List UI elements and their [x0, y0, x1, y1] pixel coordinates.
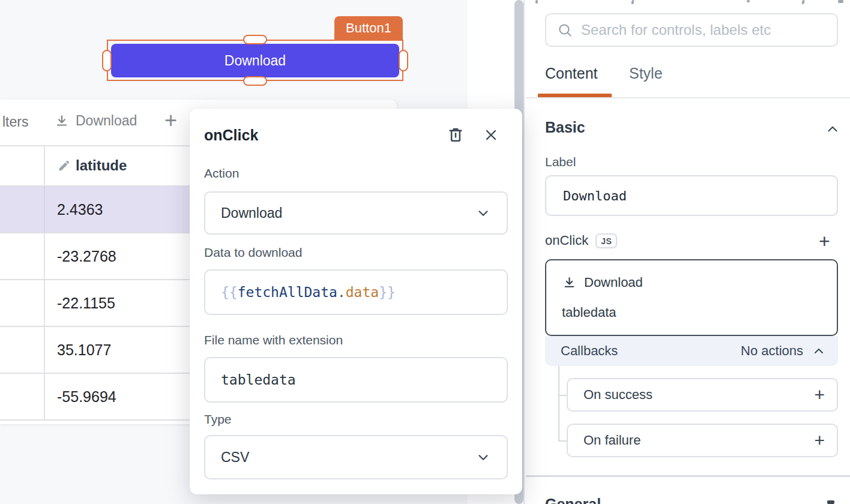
table-download-label: Download — [76, 113, 137, 129]
code-token: data — [346, 284, 379, 300]
on-failure-row[interactable]: On failure + — [567, 424, 838, 457]
column-header-label: latitude — [76, 157, 127, 174]
type-field-label: Type — [204, 412, 232, 427]
resize-handle-right[interactable] — [399, 50, 408, 71]
table-download-button[interactable]: Download — [54, 113, 137, 129]
column-header-latitude[interactable]: latitude — [58, 157, 127, 174]
download-icon — [562, 275, 577, 290]
code-token: fetchAllData — [238, 284, 337, 300]
label-field-input[interactable]: Download — [545, 175, 838, 216]
code-token: }} — [379, 284, 396, 300]
data-to-download-input[interactable]: {{fetchAllData.data}} — [204, 269, 508, 315]
callback-tree-line — [558, 366, 559, 442]
row-index-cell — [0, 280, 45, 326]
type-select[interactable]: CSV — [204, 435, 508, 479]
type-select-value: CSV — [221, 449, 475, 466]
on-success-label: On success — [583, 387, 814, 403]
row-index-cell — [0, 374, 45, 419]
search-icon — [557, 22, 573, 38]
latitude-cell[interactable]: -55.9694 — [57, 388, 116, 406]
code-token: {{ — [221, 284, 238, 300]
property-search[interactable] — [545, 13, 838, 47]
js-toggle-badge[interactable]: JS — [595, 233, 617, 248]
action-card-type: Download — [584, 275, 643, 290]
add-on-failure-button[interactable]: + — [814, 431, 825, 449]
section-divider — [526, 475, 850, 477]
widget-name-badge[interactable]: Button1 — [334, 16, 403, 40]
chevron-down-icon — [475, 205, 491, 221]
download-button-widget[interactable]: Download — [111, 44, 399, 77]
section-general: General — [545, 496, 601, 504]
on-failure-label: On failure — [583, 433, 814, 448]
latitude-cell[interactable]: -23.2768 — [57, 248, 116, 265]
chevron-fragment — [827, 500, 834, 504]
close-icon[interactable] — [483, 127, 499, 143]
latitude-cell[interactable]: 35.1077 — [57, 341, 111, 359]
table-index-column-header — [0, 146, 45, 185]
add-on-success-button[interactable]: + — [814, 386, 825, 404]
filename-field-label: File name with extension — [204, 333, 343, 347]
callbacks-label: Callbacks — [561, 343, 741, 359]
delete-action-icon[interactable] — [447, 125, 465, 143]
onclick-property-row: onClick JS — [545, 233, 617, 248]
callbacks-toggle[interactable]: Callbacks No actions — [545, 336, 838, 366]
chevron-up-icon — [812, 344, 826, 358]
onclick-config-popup: onClick Action Download Data to download — [190, 109, 522, 494]
chevron-up-icon[interactable] — [825, 121, 840, 137]
resize-handle-bottom[interactable] — [243, 76, 267, 86]
action-select-value: Download — [221, 205, 475, 221]
label-field-title: Label — [545, 155, 576, 169]
row-index-cell — [0, 187, 45, 232]
on-success-row[interactable]: On success + — [567, 378, 838, 412]
action-select[interactable]: Download — [204, 191, 508, 235]
row-index-cell — [0, 233, 45, 279]
download-icon — [54, 113, 70, 129]
tabs-divider — [526, 97, 850, 98]
latitude-cell[interactable]: 2.4363 — [57, 201, 103, 218]
code-token: . — [337, 284, 346, 300]
chevron-down-icon — [475, 449, 491, 465]
onclick-action-card[interactable]: Download tabledata — [545, 259, 838, 336]
property-pane: Content Style Basic Label Download onCli… — [526, 0, 850, 504]
data-field-label: Data to download — [204, 245, 302, 260]
callbacks-status: No actions — [741, 343, 803, 359]
row-index-cell — [0, 327, 45, 373]
action-field-label: Action — [204, 166, 239, 181]
latitude-cell[interactable]: -22.1155 — [57, 295, 115, 312]
popup-title: onClick — [204, 127, 258, 144]
table-filters-button[interactable]: lters — [2, 114, 28, 130]
resize-handle-left[interactable] — [102, 50, 112, 71]
edit-pencil-icon — [58, 159, 71, 172]
add-onclick-action-button[interactable]: + — [819, 232, 830, 251]
table-add-row-button[interactable]: + — [164, 108, 177, 133]
tab-content[interactable]: Content — [545, 65, 598, 82]
onclick-property-label: onClick — [545, 233, 588, 248]
app-window: Button1 Download lters Download + — [0, 0, 850, 504]
filename-input[interactable]: tabledata — [204, 357, 508, 403]
section-basic: Basic — [545, 119, 585, 136]
tab-style[interactable]: Style — [629, 65, 663, 82]
resize-handle-top[interactable] — [243, 35, 267, 44]
search-input[interactable] — [581, 22, 826, 38]
action-card-value: tabledata — [562, 305, 616, 320]
